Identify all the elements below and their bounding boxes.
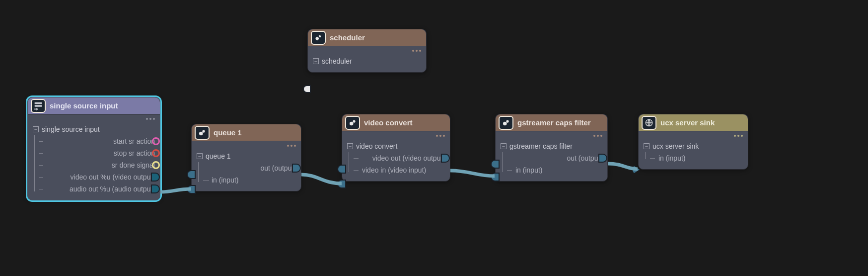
port-caps-in[interactable] xyxy=(491,173,500,182)
scheduler-group: − scheduler xyxy=(313,57,421,65)
port-queue-in[interactable] xyxy=(187,185,196,194)
globe-icon xyxy=(642,116,656,130)
port-queue-aux-in[interactable] xyxy=(187,170,196,179)
scheduler-menu[interactable] xyxy=(308,46,426,55)
queue1-menu[interactable] xyxy=(192,141,301,150)
port-sink-in[interactable] xyxy=(633,165,640,174)
row-video-out: video out %u (video output) xyxy=(38,171,155,183)
port-caps-aux-in[interactable] xyxy=(491,160,500,169)
row-start-sr: start sr action xyxy=(38,135,155,147)
source-group-label: single source input xyxy=(42,125,100,133)
scheduler-port-in[interactable] xyxy=(303,85,311,93)
collapse-button[interactable]: − xyxy=(347,143,353,149)
port-stop-sr[interactable] xyxy=(152,149,160,157)
source-group: − single source input xyxy=(33,125,155,133)
caps-group-label: gstreamer caps filter xyxy=(509,142,573,150)
port-caps-out[interactable] xyxy=(598,154,607,163)
source-menu[interactable] xyxy=(28,114,160,123)
node-source[interactable]: single source input − single source inpu… xyxy=(27,97,160,200)
row-caps-in: in (input) xyxy=(506,164,602,176)
source-title: single source input xyxy=(50,101,156,110)
label-vconvert-in: video in (video input) xyxy=(362,166,426,174)
port-queue-out[interactable] xyxy=(292,164,301,173)
scheduler-titlebar[interactable]: scheduler xyxy=(308,29,426,46)
caps-title: gstreamer caps filter xyxy=(517,118,603,127)
label-sink-in: in (input) xyxy=(658,154,685,162)
collapse-button[interactable]: − xyxy=(501,143,506,149)
vconvert-title: video convert xyxy=(364,118,446,127)
row-done-signal: sr done signal xyxy=(38,159,155,171)
gears-icon xyxy=(499,116,513,130)
gears-icon xyxy=(311,31,326,45)
label-queue-out: out (output) xyxy=(260,164,296,172)
label-stop-sr: stop sr action xyxy=(114,149,155,157)
svg-rect-4 xyxy=(35,102,42,104)
row-queue-out: out (output) xyxy=(202,162,296,174)
svg-point-10 xyxy=(503,121,507,125)
queue1-titlebar[interactable]: queue 1 xyxy=(192,124,301,141)
node-scheduler[interactable]: scheduler − scheduler xyxy=(307,29,427,73)
sink-titlebar[interactable]: ucx server sink xyxy=(639,114,748,131)
port-done-signal[interactable] xyxy=(152,161,160,169)
label-done-signal: sr done signal xyxy=(112,161,155,169)
caps-group: − gstreamer caps filter xyxy=(501,142,602,150)
svg-point-9 xyxy=(353,120,355,122)
port-start-sr[interactable] xyxy=(152,137,160,145)
caps-titlebar[interactable]: gstreamer caps filter xyxy=(496,114,607,131)
sink-menu[interactable] xyxy=(639,131,748,140)
sink-title: ucx server sink xyxy=(660,118,744,127)
label-caps-in: in (input) xyxy=(515,166,542,174)
queue1-group: − queue 1 xyxy=(197,152,296,160)
collapse-button[interactable]: − xyxy=(313,58,319,64)
row-queue-in: in (input) xyxy=(202,174,296,186)
svg-point-6 xyxy=(199,131,203,135)
label-caps-out: out (output) xyxy=(567,154,602,162)
port-video-out[interactable] xyxy=(151,173,160,182)
svg-point-7 xyxy=(202,130,205,132)
scheduler-group-label: scheduler xyxy=(322,57,352,65)
sink-group: − ucx server sink xyxy=(644,142,743,150)
edge-queue-vconvert xyxy=(301,175,342,184)
source-titlebar[interactable]: single source input xyxy=(28,97,160,114)
sink-group-label: ucx server sink xyxy=(652,142,699,150)
scheduler-title: scheduler xyxy=(330,33,422,42)
node-sink[interactable]: ucx server sink − ucx server sink in (in… xyxy=(638,114,748,170)
server-arrow-icon xyxy=(31,99,46,113)
label-video-out: video out %u (video output) xyxy=(71,173,155,181)
edge-vconvert-caps xyxy=(450,171,495,176)
svg-point-8 xyxy=(350,121,354,125)
node-caps[interactable]: gstreamer caps filter − gstreamer caps f… xyxy=(495,114,608,182)
label-audio-out: audio out %u (audio output) xyxy=(70,185,155,193)
queue1-group-label: queue 1 xyxy=(206,152,231,160)
label-start-sr: start sr action xyxy=(113,137,155,145)
node-vconvert[interactable]: video convert − video convert video out … xyxy=(342,114,450,182)
row-vconvert-out: video out (video output) xyxy=(352,152,445,164)
collapse-button[interactable]: − xyxy=(644,143,650,149)
vconvert-titlebar[interactable]: video convert xyxy=(342,114,450,131)
port-vconvert-aux-in[interactable] xyxy=(337,165,346,174)
row-vconvert-in: video in (video input) xyxy=(352,164,445,176)
vconvert-group: − video convert xyxy=(347,142,445,150)
gears-icon xyxy=(345,116,360,130)
row-audio-out: audio out %u (audio output) xyxy=(38,183,155,195)
node-queue1[interactable]: queue 1 − queue 1 out (output) in (input… xyxy=(191,124,301,191)
label-vconvert-out: video out (video output) xyxy=(372,154,445,162)
collapse-button[interactable]: − xyxy=(33,126,39,132)
queue1-title: queue 1 xyxy=(214,128,297,137)
svg-point-11 xyxy=(506,120,508,122)
port-audio-out[interactable] xyxy=(151,184,160,193)
port-vconvert-out[interactable] xyxy=(441,154,450,163)
vconvert-menu[interactable] xyxy=(342,131,450,140)
row-caps-out: out (output) xyxy=(506,152,602,164)
label-queue-in: in (input) xyxy=(212,176,238,184)
port-vconvert-in[interactable] xyxy=(337,180,346,188)
row-sink-in: in (input) xyxy=(649,152,743,164)
vconvert-group-label: video convert xyxy=(356,142,397,150)
svg-rect-5 xyxy=(35,105,42,107)
gears-icon xyxy=(195,126,210,140)
row-stop-sr: stop sr action xyxy=(38,147,155,159)
caps-menu[interactable] xyxy=(496,131,607,140)
collapse-button[interactable]: − xyxy=(197,153,203,159)
